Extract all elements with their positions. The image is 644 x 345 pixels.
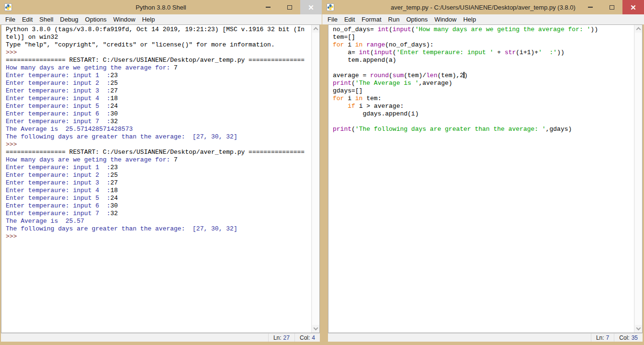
menu-file[interactable]: File: [2, 16, 19, 23]
shell-text-area[interactable]: Python 3.8.0 (tags/v3.8.0:fa919fd, Oct 1…: [1, 24, 320, 333]
scrollbar-track[interactable]: [635, 33, 642, 325]
scroll-down-icon[interactable]: [636, 326, 641, 331]
code-line: Enter temperaure: input 3 :27: [6, 179, 311, 187]
minimize-icon: [266, 7, 271, 8]
shell-maximize-button[interactable]: [279, 0, 300, 14]
code-segment: for: [333, 41, 344, 48]
code-segment: i: [344, 41, 355, 48]
menu-help[interactable]: Help: [460, 16, 479, 23]
code-segment: 30: [110, 110, 118, 117]
code-line: Enter temperaure: input 3 :27: [6, 87, 311, 95]
editor-close-button[interactable]: ✕: [622, 0, 644, 14]
shell-minimize-button[interactable]: [257, 0, 279, 14]
code-line: The Average is 25.571428571428573: [6, 126, 311, 133]
code-line: [333, 64, 633, 72]
code-segment: (: [393, 49, 396, 56]
code-line: >>>: [6, 49, 311, 57]
editor-col-number: 35: [632, 334, 638, 341]
code-segment: 18: [110, 187, 118, 194]
code-segment: ================ RESTART: C:/Users/USIAN…: [6, 149, 305, 156]
editor-col-indicator: Col: 35: [614, 334, 643, 342]
code-line: Enter temperaure: input 7 :32: [6, 118, 311, 126]
code-line: no_of_days= int(input('How many days are…: [333, 26, 633, 34]
code-segment: ): [464, 72, 468, 79]
menu-help[interactable]: Help: [139, 16, 158, 23]
code-segment: Enter temperaure: input 5 :: [6, 103, 110, 110]
code-segment: (tem)/: [404, 72, 426, 79]
code-segment: (tem),2: [437, 72, 463, 79]
editor-code[interactable]: no_of_days= int(input('How many days are…: [333, 26, 633, 333]
editor-vertical-scrollbar[interactable]: [634, 25, 642, 333]
code-segment: ================ RESTART: C:/Users/USIAN…: [6, 57, 305, 64]
scrollbar-track[interactable]: [312, 33, 319, 325]
code-segment: 'The following days are greater than the…: [355, 126, 546, 133]
code-line: print('The Average is ',average): [333, 80, 633, 87]
menu-edit[interactable]: Edit: [19, 16, 36, 23]
code-line: tem.append(a): [333, 57, 633, 64]
editor-maximize-button[interactable]: [601, 0, 622, 14]
code-line: How many days are we geting the average …: [6, 156, 311, 164]
code-segment: (: [389, 72, 393, 79]
code-segment: Enter temperaure: input 1 :: [6, 72, 110, 79]
shell-close-button[interactable]: ✕: [300, 0, 322, 14]
code-segment: 32: [110, 118, 118, 125]
menu-window[interactable]: Window: [110, 16, 138, 23]
code-segment: The following days are greater than the …: [6, 225, 237, 232]
scroll-up-icon[interactable]: [636, 27, 641, 32]
code-segment: 7: [174, 156, 178, 163]
editor-window: aver_temp.py - C:/Users/USIANENE/Desktop…: [322, 0, 644, 345]
code-segment: ,average): [418, 80, 452, 87]
code-segment: (no_of_days):: [385, 41, 433, 48]
code-segment: 25: [110, 80, 118, 87]
menu-options[interactable]: Options: [403, 16, 431, 23]
code-line: print('The following days are greater th…: [333, 126, 633, 133]
code-segment: input: [393, 26, 411, 33]
menu-options[interactable]: Options: [82, 16, 110, 23]
menu-edit[interactable]: Edit: [341, 16, 358, 23]
code-line: for i in range(no_of_days):: [333, 41, 633, 49]
menu-debug[interactable]: Debug: [56, 16, 81, 23]
code-segment: range: [366, 41, 385, 48]
code-segment: 24: [110, 195, 118, 202]
editor-text-area[interactable]: no_of_days= int(input('How many days are…: [328, 24, 643, 333]
code-segment: tem.append(a): [333, 57, 396, 64]
code-line: a= int(input('Enter temperaure: input ' …: [333, 49, 633, 57]
code-line: gdays=[]: [333, 87, 633, 95]
code-segment: a=: [333, 49, 359, 56]
code-segment: Enter temperaure: input 7 :: [6, 118, 110, 125]
editor-minimize-button[interactable]: [579, 0, 601, 14]
code-line: How many days are we geting the average …: [6, 64, 311, 72]
menu-run[interactable]: Run: [385, 16, 403, 23]
menu-file[interactable]: File: [324, 16, 341, 23]
code-line: Enter temperaure: input 1 :23: [6, 164, 311, 172]
code-segment: str: [505, 49, 516, 56]
code-segment: ,gdays): [546, 126, 572, 133]
menu-format[interactable]: Format: [358, 16, 384, 23]
code-segment: (: [370, 49, 374, 56]
code-line: tem=[]: [333, 34, 633, 41]
code-segment: ' :': [538, 49, 557, 56]
shell-vertical-scrollbar[interactable]: [311, 25, 319, 333]
code-segment: 'The Average is ': [355, 80, 419, 87]
code-segment: )): [590, 26, 598, 33]
scroll-up-icon[interactable]: [313, 27, 318, 32]
code-segment: i: [344, 95, 355, 102]
code-segment: no_of_days=: [333, 26, 378, 33]
code-segment: >>>: [6, 233, 17, 240]
code-line: for i in tem:: [333, 95, 633, 103]
close-icon: ✕: [630, 4, 636, 11]
code-line: The Average is 25.57: [6, 218, 311, 225]
editor-titlebar[interactable]: aver_temp.py - C:/Users/USIANENE/Desktop…: [322, 0, 644, 14]
scroll-down-icon[interactable]: [313, 326, 318, 331]
code-line: gdays.append(i): [333, 110, 633, 118]
code-line: The following days are greater than the …: [6, 225, 311, 233]
code-segment: i > average:: [355, 103, 404, 110]
code-segment: 18: [110, 95, 118, 102]
code-segment: len: [426, 72, 437, 79]
code-line: Enter temperaure: input 5 :24: [6, 195, 311, 202]
menu-window[interactable]: Window: [431, 16, 460, 23]
code-segment: Type "help", "copyright", "credits" or "…: [6, 41, 275, 48]
shell-output[interactable]: Python 3.8.0 (tags/v3.8.0:fa919fd, Oct 1…: [6, 26, 311, 333]
menu-shell[interactable]: Shell: [36, 16, 56, 23]
shell-titlebar[interactable]: Python 3.8.0 Shell ✕: [0, 0, 322, 14]
